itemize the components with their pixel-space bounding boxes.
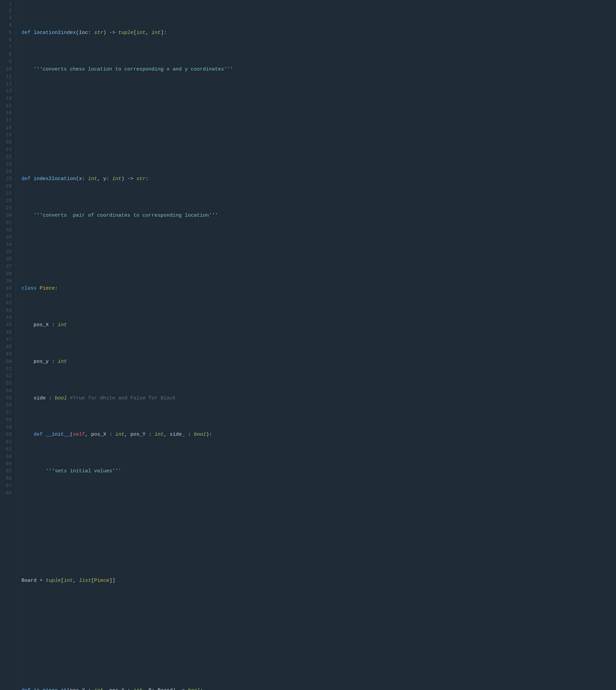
code-line-19: def is_piece_at(pos_X : int, pos_Y : int… — [22, 687, 616, 690]
code-line-8: class Piece: — [22, 285, 616, 292]
code-lines: def location2index(loc: str) -> tuple[in… — [16, 0, 616, 690]
code-line-14 — [22, 504, 616, 512]
code-editor: 12345 678910 1112131415 1617181920 21222… — [0, 0, 616, 690]
line-numbers: 12345 678910 1112131415 1617181920 21222… — [0, 0, 16, 690]
code-line-11: side : bool #True for White and False fo… — [22, 395, 616, 402]
code-line-6: '''converts pair of coordinates to corre… — [22, 212, 616, 219]
code-line-2: '''converts chess location to correspond… — [22, 66, 616, 73]
code-line-17 — [22, 614, 616, 621]
code-line-15 — [22, 541, 616, 548]
code-line-3 — [22, 103, 616, 110]
code-line-13: '''sets initial values''' — [22, 468, 616, 475]
code-line-16: Board = tuple[int, list[Piece]] — [22, 577, 616, 584]
code-line-9: pos_X : int — [22, 322, 616, 329]
code-line-4 — [22, 139, 616, 146]
code-line-12: def __init__(self, pos_X : int, pos_Y : … — [22, 431, 616, 438]
code-line-10: pos_y : int — [22, 358, 616, 366]
code-line-1: def location2index(loc: str) -> tuple[in… — [22, 29, 616, 37]
code-line-5: def index2location(x: int, y: int) -> st… — [22, 175, 616, 183]
code-line-7 — [22, 249, 616, 256]
code-line-18 — [22, 650, 616, 658]
